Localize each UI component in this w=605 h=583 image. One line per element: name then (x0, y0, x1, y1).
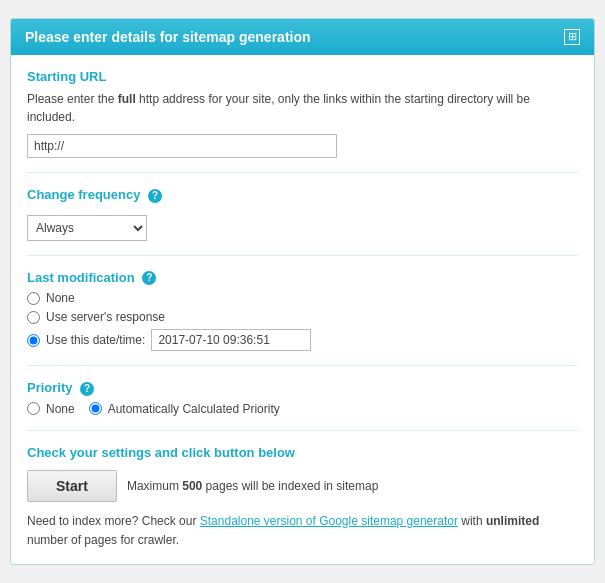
footer-bold: unlimited (486, 514, 539, 528)
priority-auto-label: Automatically Calculated Priority (108, 402, 280, 416)
desc-part2: http address for your site, only the (136, 92, 323, 106)
priority-help[interactable]: ? (80, 382, 94, 396)
dialog-header: Please enter details for sitemap generat… (11, 19, 594, 55)
footer-text: Need to index more? Check our Standalone… (27, 512, 578, 550)
priority-auto-row[interactable]: Automatically Calculated Priority (89, 402, 280, 416)
expand-icon[interactable]: ⊞ (564, 29, 580, 45)
starting-url-section: Starting URL Please enter the full http … (27, 69, 578, 173)
sitemap-dialog: Please enter details for sitemap generat… (10, 18, 595, 565)
last-mod-date-label: Use this date/time: (46, 333, 145, 347)
start-section-title: Check your settings and click button bel… (27, 445, 578, 460)
url-input[interactable] (27, 134, 337, 158)
priority-title: Priority ? (27, 380, 578, 396)
last-mod-server-row[interactable]: Use server's response (27, 310, 578, 324)
starting-url-description: Please enter the full http address for y… (27, 90, 578, 126)
starting-url-title: Starting URL (27, 69, 578, 84)
footer-link[interactable]: Standalone version of Google sitemap gen… (200, 514, 458, 528)
last-mod-none-radio[interactable] (27, 292, 40, 305)
last-mod-server-radio[interactable] (27, 311, 40, 324)
last-modification-help[interactable]: ? (142, 271, 156, 285)
change-frequency-section: Change frequency ? Always Hourly Daily W… (27, 187, 578, 256)
max-pages-text: Maximum 500 pages will be indexed in sit… (127, 479, 378, 493)
footer-part3: number of pages for crawler. (27, 533, 179, 547)
change-frequency-title: Change frequency ? (27, 187, 578, 203)
last-mod-none-label: None (46, 291, 75, 305)
dialog-title: Please enter details for sitemap generat… (25, 29, 311, 45)
frequency-select[interactable]: Always Hourly Daily Weekly Monthly Yearl… (27, 215, 147, 241)
last-mod-none-row[interactable]: None (27, 291, 578, 305)
change-frequency-help[interactable]: ? (148, 189, 162, 203)
last-modification-radio-group: None Use server's response Use this date… (27, 291, 578, 351)
priority-radio-group: None Automatically Calculated Priority (27, 402, 578, 416)
priority-none-row[interactable]: None (27, 402, 75, 416)
last-mod-server-label: Use server's response (46, 310, 165, 324)
last-mod-date-row[interactable]: Use this date/time: (27, 329, 578, 351)
desc-links: links (323, 92, 347, 106)
priority-none-radio[interactable] (27, 402, 40, 415)
start-section: Check your settings and click button bel… (27, 445, 578, 550)
date-input[interactable] (151, 329, 311, 351)
max-pages-bold: 500 (182, 479, 202, 493)
last-mod-date-radio[interactable] (27, 334, 40, 347)
max-pages-part1: Maximum (127, 479, 182, 493)
footer-part2: with (458, 514, 486, 528)
priority-none-label: None (46, 402, 75, 416)
start-button[interactable]: Start (27, 470, 117, 502)
footer-part1: Need to index more? Check our (27, 514, 200, 528)
max-pages-part2: pages will be indexed in sitemap (202, 479, 378, 493)
desc-bold: full (118, 92, 136, 106)
desc-part1: Please enter the (27, 92, 118, 106)
last-modification-title: Last modification ? (27, 270, 578, 286)
last-modification-section: Last modification ? None Use server's re… (27, 270, 578, 367)
priority-section: Priority ? None Automatically Calculated… (27, 380, 578, 431)
dialog-body: Starting URL Please enter the full http … (11, 55, 594, 564)
priority-auto-radio[interactable] (89, 402, 102, 415)
start-button-row: Start Maximum 500 pages will be indexed … (27, 470, 578, 502)
